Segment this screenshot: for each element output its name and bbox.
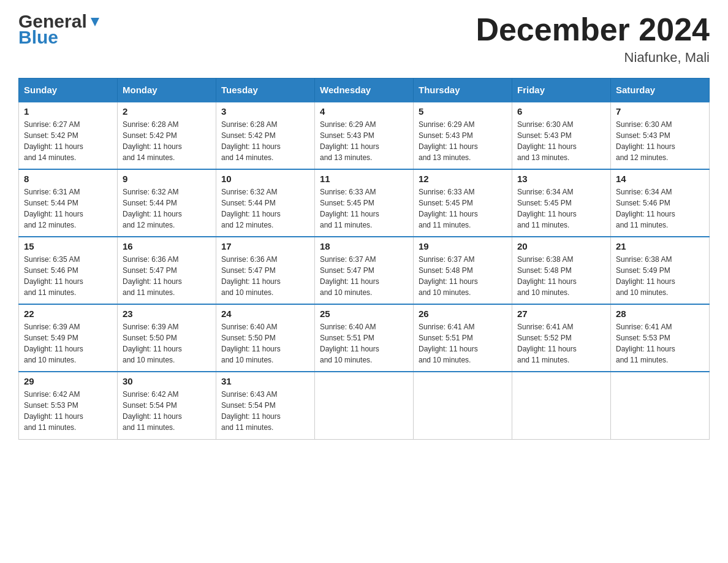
calendar-cell: 28Sunrise: 6:41 AMSunset: 5:53 PMDayligh… [611, 304, 710, 372]
day-number: 19 [419, 241, 507, 251]
day-number: 17 [221, 241, 309, 251]
day-info: Sunrise: 6:29 AMSunset: 5:43 PMDaylight:… [419, 119, 507, 163]
calendar-week-row: 22Sunrise: 6:39 AMSunset: 5:49 PMDayligh… [19, 304, 710, 372]
day-info: Sunrise: 6:27 AMSunset: 5:42 PMDaylight:… [24, 119, 112, 163]
calendar-cell [611, 372, 710, 439]
day-number: 31 [221, 376, 309, 386]
day-info: Sunrise: 6:40 AMSunset: 5:50 PMDaylight:… [221, 321, 309, 366]
calendar-cell: 24Sunrise: 6:40 AMSunset: 5:50 PMDayligh… [216, 304, 315, 372]
day-number: 2 [123, 106, 211, 117]
calendar-cell: 27Sunrise: 6:41 AMSunset: 5:52 PMDayligh… [512, 304, 611, 372]
day-number: 15 [24, 241, 112, 251]
day-number: 30 [123, 376, 211, 386]
calendar-cell: 9Sunrise: 6:32 AMSunset: 5:44 PMDaylight… [118, 169, 216, 237]
calendar-table: SundayMondayTuesdayWednesdayThursdayFrid… [18, 78, 710, 440]
calendar-cell: 22Sunrise: 6:39 AMSunset: 5:49 PMDayligh… [19, 304, 118, 372]
page-header: General Blue December 2024 Niafunke, Mal… [18, 12, 710, 66]
day-info: Sunrise: 6:32 AMSunset: 5:44 PMDaylight:… [123, 186, 211, 231]
calendar-cell: 4Sunrise: 6:29 AMSunset: 5:43 PMDaylight… [315, 102, 414, 169]
calendar-cell [315, 372, 414, 439]
calendar-cell: 23Sunrise: 6:39 AMSunset: 5:50 PMDayligh… [118, 304, 216, 372]
location-label: Niafunke, Mali [476, 50, 710, 66]
day-number: 6 [517, 106, 605, 117]
day-number: 18 [320, 241, 408, 251]
day-info: Sunrise: 6:28 AMSunset: 5:42 PMDaylight:… [221, 119, 309, 163]
day-info: Sunrise: 6:36 AMSunset: 5:47 PMDaylight:… [221, 254, 309, 298]
day-number: 10 [221, 174, 309, 184]
logo-blue-text: Blue [18, 28, 102, 47]
day-info: Sunrise: 6:38 AMSunset: 5:49 PMDaylight:… [616, 254, 704, 298]
day-info: Sunrise: 6:31 AMSunset: 5:44 PMDaylight:… [24, 186, 112, 231]
day-info: Sunrise: 6:37 AMSunset: 5:47 PMDaylight:… [320, 254, 408, 298]
calendar-cell: 13Sunrise: 6:34 AMSunset: 5:45 PMDayligh… [512, 169, 611, 237]
calendar-week-row: 15Sunrise: 6:35 AMSunset: 5:46 PMDayligh… [19, 237, 710, 304]
calendar-cell: 3Sunrise: 6:28 AMSunset: 5:42 PMDaylight… [216, 102, 315, 169]
calendar-cell: 21Sunrise: 6:38 AMSunset: 5:49 PMDayligh… [611, 237, 710, 304]
calendar-cell: 10Sunrise: 6:32 AMSunset: 5:44 PMDayligh… [216, 169, 315, 237]
logo: General Blue [18, 12, 102, 47]
day-number: 23 [123, 308, 211, 319]
calendar-cell: 29Sunrise: 6:42 AMSunset: 5:53 PMDayligh… [19, 372, 118, 439]
day-info: Sunrise: 6:43 AMSunset: 5:54 PMDaylight:… [221, 389, 309, 433]
column-header-sunday: Sunday [19, 79, 118, 102]
day-info: Sunrise: 6:41 AMSunset: 5:53 PMDaylight:… [616, 321, 704, 366]
svg-marker-0 [91, 18, 99, 26]
calendar-cell: 19Sunrise: 6:37 AMSunset: 5:48 PMDayligh… [414, 237, 512, 304]
day-info: Sunrise: 6:38 AMSunset: 5:48 PMDaylight:… [517, 254, 605, 298]
day-number: 22 [24, 308, 112, 319]
day-number: 3 [221, 106, 309, 117]
title-area: December 2024 Niafunke, Mali [476, 12, 710, 66]
column-header-monday: Monday [118, 79, 216, 102]
calendar-week-row: 8Sunrise: 6:31 AMSunset: 5:44 PMDaylight… [19, 169, 710, 237]
calendar-cell: 5Sunrise: 6:29 AMSunset: 5:43 PMDaylight… [414, 102, 512, 169]
calendar-cell [414, 372, 512, 439]
calendar-cell: 18Sunrise: 6:37 AMSunset: 5:47 PMDayligh… [315, 237, 414, 304]
day-info: Sunrise: 6:34 AMSunset: 5:45 PMDaylight:… [517, 186, 605, 231]
day-info: Sunrise: 6:41 AMSunset: 5:51 PMDaylight:… [419, 321, 507, 366]
calendar-cell: 20Sunrise: 6:38 AMSunset: 5:48 PMDayligh… [512, 237, 611, 304]
day-number: 9 [123, 174, 211, 184]
day-number: 27 [517, 308, 605, 319]
day-number: 7 [616, 106, 704, 117]
day-number: 25 [320, 308, 408, 319]
calendar-cell: 6Sunrise: 6:30 AMSunset: 5:43 PMDaylight… [512, 102, 611, 169]
calendar-cell: 30Sunrise: 6:42 AMSunset: 5:54 PMDayligh… [118, 372, 216, 439]
calendar-cell: 8Sunrise: 6:31 AMSunset: 5:44 PMDaylight… [19, 169, 118, 237]
calendar-cell: 1Sunrise: 6:27 AMSunset: 5:42 PMDaylight… [19, 102, 118, 169]
month-title: December 2024 [476, 12, 710, 47]
column-header-saturday: Saturday [611, 79, 710, 102]
calendar-header-row: SundayMondayTuesdayWednesdayThursdayFrid… [19, 79, 710, 102]
day-info: Sunrise: 6:37 AMSunset: 5:48 PMDaylight:… [419, 254, 507, 298]
day-number: 28 [616, 308, 704, 319]
calendar-cell: 17Sunrise: 6:36 AMSunset: 5:47 PMDayligh… [216, 237, 315, 304]
day-info: Sunrise: 6:33 AMSunset: 5:45 PMDaylight:… [419, 186, 507, 231]
day-info: Sunrise: 6:40 AMSunset: 5:51 PMDaylight:… [320, 321, 408, 366]
calendar-week-row: 29Sunrise: 6:42 AMSunset: 5:53 PMDayligh… [19, 372, 710, 439]
column-header-tuesday: Tuesday [216, 79, 315, 102]
day-number: 11 [320, 174, 408, 184]
day-info: Sunrise: 6:34 AMSunset: 5:46 PMDaylight:… [616, 186, 704, 231]
day-number: 13 [517, 174, 605, 184]
column-header-friday: Friday [512, 79, 611, 102]
column-header-thursday: Thursday [414, 79, 512, 102]
day-info: Sunrise: 6:29 AMSunset: 5:43 PMDaylight:… [320, 119, 408, 163]
day-number: 1 [24, 106, 112, 117]
day-number: 4 [320, 106, 408, 117]
day-info: Sunrise: 6:28 AMSunset: 5:42 PMDaylight:… [123, 119, 211, 163]
column-header-wednesday: Wednesday [315, 79, 414, 102]
day-number: 5 [419, 106, 507, 117]
day-number: 8 [24, 174, 112, 184]
calendar-cell: 31Sunrise: 6:43 AMSunset: 5:54 PMDayligh… [216, 372, 315, 439]
day-info: Sunrise: 6:41 AMSunset: 5:52 PMDaylight:… [517, 321, 605, 366]
day-number: 26 [419, 308, 507, 319]
day-info: Sunrise: 6:42 AMSunset: 5:53 PMDaylight:… [24, 389, 112, 433]
day-number: 21 [616, 241, 704, 251]
day-number: 29 [24, 376, 112, 386]
logo-triangle-icon [88, 15, 102, 29]
day-info: Sunrise: 6:42 AMSunset: 5:54 PMDaylight:… [123, 389, 211, 433]
calendar-cell: 14Sunrise: 6:34 AMSunset: 5:46 PMDayligh… [611, 169, 710, 237]
day-number: 12 [419, 174, 507, 184]
calendar-cell: 15Sunrise: 6:35 AMSunset: 5:46 PMDayligh… [19, 237, 118, 304]
day-info: Sunrise: 6:30 AMSunset: 5:43 PMDaylight:… [517, 119, 605, 163]
day-info: Sunrise: 6:35 AMSunset: 5:46 PMDaylight:… [24, 254, 112, 298]
